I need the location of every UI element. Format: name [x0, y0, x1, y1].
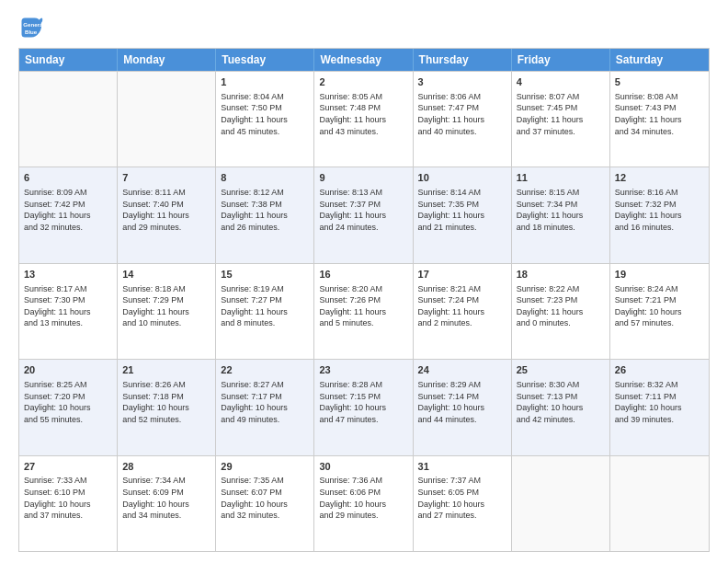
day-number: 21 [122, 363, 210, 377]
calendar-cell-25: 25Sunrise: 8:30 AMSunset: 7:13 PMDayligh… [512, 360, 610, 454]
cell-info: Sunrise: 8:08 AMSunset: 7:43 PMDaylight:… [615, 91, 704, 137]
calendar-cell-23: 23Sunrise: 8:28 AMSunset: 7:15 PMDayligh… [314, 360, 413, 454]
day-number: 15 [221, 268, 309, 282]
day-number: 9 [319, 171, 407, 185]
cell-info: Sunrise: 7:37 AMSunset: 6:05 PMDaylight:… [418, 475, 506, 521]
header: General Blue [18, 15, 710, 40]
calendar-row-3: 20Sunrise: 8:25 AMSunset: 7:20 PMDayligh… [19, 359, 709, 454]
day-number: 12 [615, 171, 704, 185]
logo-icon: General Blue [18, 15, 44, 40]
weekday-header-wednesday: Wednesday [314, 49, 413, 71]
day-number: 3 [418, 75, 506, 89]
cell-info: Sunrise: 8:27 AMSunset: 7:17 PMDaylight:… [221, 379, 309, 425]
day-number: 30 [319, 460, 407, 474]
calendar-header: SundayMondayTuesdayWednesdayThursdayFrid… [19, 49, 709, 71]
page: General Blue SundayMondayTuesdayWednesda… [0, 0, 728, 563]
calendar-cell-16: 16Sunrise: 8:20 AMSunset: 7:26 PMDayligh… [314, 264, 413, 359]
calendar-cell-22: 22Sunrise: 8:27 AMSunset: 7:17 PMDayligh… [216, 360, 314, 454]
calendar-cell-5: 5Sunrise: 8:08 AMSunset: 7:43 PMDaylight… [610, 72, 709, 167]
calendar-cell-21: 21Sunrise: 8:26 AMSunset: 7:18 PMDayligh… [118, 360, 216, 454]
calendar-cell-30: 30Sunrise: 7:36 AMSunset: 6:06 PMDayligh… [314, 456, 413, 551]
day-number: 19 [615, 268, 704, 282]
logo: General Blue [18, 15, 48, 40]
calendar-body: 1Sunrise: 8:04 AMSunset: 7:50 PMDaylight… [19, 71, 709, 551]
calendar-cell-1: 1Sunrise: 8:04 AMSunset: 7:50 PMDaylight… [216, 72, 314, 167]
cell-info: Sunrise: 8:04 AMSunset: 7:50 PMDaylight:… [221, 91, 309, 137]
calendar-cell-27: 27Sunrise: 7:33 AMSunset: 6:10 PMDayligh… [19, 456, 118, 551]
day-number: 18 [517, 268, 605, 282]
cell-info: Sunrise: 8:05 AMSunset: 7:48 PMDaylight:… [319, 91, 407, 137]
calendar-cell-7: 7Sunrise: 8:11 AMSunset: 7:40 PMDaylight… [118, 167, 216, 262]
cell-info: Sunrise: 8:12 AMSunset: 7:38 PMDaylight:… [221, 187, 309, 233]
day-number: 2 [319, 75, 407, 89]
cell-info: Sunrise: 8:07 AMSunset: 7:45 PMDaylight:… [517, 91, 605, 137]
calendar-cell-empty-0-0 [19, 72, 118, 167]
calendar-cell-26: 26Sunrise: 8:32 AMSunset: 7:11 PMDayligh… [610, 360, 709, 454]
day-number: 22 [221, 363, 309, 377]
calendar: SundayMondayTuesdayWednesdayThursdayFrid… [18, 48, 710, 552]
calendar-cell-24: 24Sunrise: 8:29 AMSunset: 7:14 PMDayligh… [414, 360, 512, 454]
cell-info: Sunrise: 8:21 AMSunset: 7:24 PMDaylight:… [418, 283, 506, 329]
calendar-cell-17: 17Sunrise: 8:21 AMSunset: 7:24 PMDayligh… [414, 264, 512, 359]
cell-info: Sunrise: 8:19 AMSunset: 7:27 PMDaylight:… [221, 283, 309, 329]
cell-info: Sunrise: 7:33 AMSunset: 6:10 PMDaylight:… [24, 475, 112, 521]
day-number: 10 [418, 171, 506, 185]
svg-text:General: General [23, 21, 44, 28]
calendar-cell-empty-0-1 [118, 72, 216, 167]
cell-info: Sunrise: 8:16 AMSunset: 7:32 PMDaylight:… [615, 187, 704, 233]
day-number: 1 [221, 75, 309, 89]
calendar-cell-empty-4-5 [512, 456, 610, 551]
day-number: 6 [24, 171, 112, 185]
cell-info: Sunrise: 8:14 AMSunset: 7:35 PMDaylight:… [418, 187, 506, 233]
weekday-header-saturday: Saturday [610, 49, 709, 71]
cell-info: Sunrise: 8:09 AMSunset: 7:42 PMDaylight:… [24, 187, 112, 233]
day-number: 31 [418, 460, 506, 474]
day-number: 24 [418, 363, 506, 377]
calendar-cell-12: 12Sunrise: 8:16 AMSunset: 7:32 PMDayligh… [610, 167, 709, 262]
calendar-cell-19: 19Sunrise: 8:24 AMSunset: 7:21 PMDayligh… [610, 264, 709, 359]
calendar-cell-empty-4-6 [610, 456, 709, 551]
cell-info: Sunrise: 8:17 AMSunset: 7:30 PMDaylight:… [24, 283, 112, 329]
day-number: 7 [122, 171, 210, 185]
svg-text:Blue: Blue [25, 29, 38, 35]
weekday-header-thursday: Thursday [414, 49, 512, 71]
calendar-row-0: 1Sunrise: 8:04 AMSunset: 7:50 PMDaylight… [19, 71, 709, 167]
day-number: 28 [122, 460, 210, 474]
calendar-cell-6: 6Sunrise: 8:09 AMSunset: 7:42 PMDaylight… [19, 167, 118, 262]
cell-info: Sunrise: 8:13 AMSunset: 7:37 PMDaylight:… [319, 187, 407, 233]
cell-info: Sunrise: 7:34 AMSunset: 6:09 PMDaylight:… [122, 475, 210, 521]
calendar-cell-29: 29Sunrise: 7:35 AMSunset: 6:07 PMDayligh… [216, 456, 314, 551]
day-number: 17 [418, 268, 506, 282]
day-number: 27 [24, 460, 112, 474]
calendar-cell-11: 11Sunrise: 8:15 AMSunset: 7:34 PMDayligh… [512, 167, 610, 262]
calendar-cell-3: 3Sunrise: 8:06 AMSunset: 7:47 PMDaylight… [414, 72, 512, 167]
day-number: 23 [319, 363, 407, 377]
day-number: 5 [615, 75, 704, 89]
weekday-header-monday: Monday [118, 49, 216, 71]
day-number: 13 [24, 268, 112, 282]
cell-info: Sunrise: 8:24 AMSunset: 7:21 PMDaylight:… [615, 283, 704, 329]
weekday-header-tuesday: Tuesday [216, 49, 314, 71]
day-number: 16 [319, 268, 407, 282]
calendar-cell-9: 9Sunrise: 8:13 AMSunset: 7:37 PMDaylight… [314, 167, 413, 262]
day-number: 25 [517, 363, 605, 377]
calendar-cell-20: 20Sunrise: 8:25 AMSunset: 7:20 PMDayligh… [19, 360, 118, 454]
day-number: 8 [221, 171, 309, 185]
day-number: 14 [122, 268, 210, 282]
calendar-cell-4: 4Sunrise: 8:07 AMSunset: 7:45 PMDaylight… [512, 72, 610, 167]
calendar-cell-31: 31Sunrise: 7:37 AMSunset: 6:05 PMDayligh… [414, 456, 512, 551]
calendar-cell-15: 15Sunrise: 8:19 AMSunset: 7:27 PMDayligh… [216, 264, 314, 359]
cell-info: Sunrise: 8:28 AMSunset: 7:15 PMDaylight:… [319, 379, 407, 425]
calendar-cell-13: 13Sunrise: 8:17 AMSunset: 7:30 PMDayligh… [19, 264, 118, 359]
cell-info: Sunrise: 8:22 AMSunset: 7:23 PMDaylight:… [517, 283, 605, 329]
day-number: 4 [517, 75, 605, 89]
cell-info: Sunrise: 8:11 AMSunset: 7:40 PMDaylight:… [122, 187, 210, 233]
calendar-cell-10: 10Sunrise: 8:14 AMSunset: 7:35 PMDayligh… [414, 167, 512, 262]
cell-info: Sunrise: 7:35 AMSunset: 6:07 PMDaylight:… [221, 475, 309, 521]
cell-info: Sunrise: 8:32 AMSunset: 7:11 PMDaylight:… [615, 379, 704, 425]
cell-info: Sunrise: 8:29 AMSunset: 7:14 PMDaylight:… [418, 379, 506, 425]
day-number: 29 [221, 460, 309, 474]
day-number: 11 [517, 171, 605, 185]
cell-info: Sunrise: 7:36 AMSunset: 6:06 PMDaylight:… [319, 475, 407, 521]
weekday-header-sunday: Sunday [19, 49, 118, 71]
